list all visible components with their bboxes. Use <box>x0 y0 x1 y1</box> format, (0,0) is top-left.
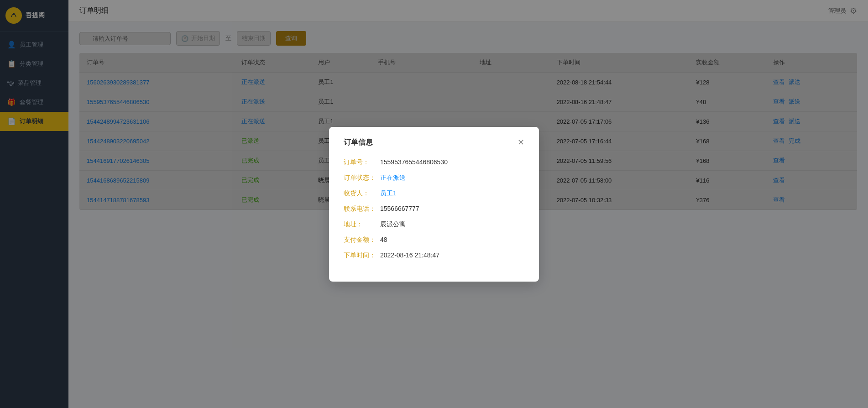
modal-field-label: 联系电话： <box>344 205 380 213</box>
modal-close-button[interactable]: ✕ <box>518 138 524 146</box>
modal-row: 支付金额： 48 <box>344 236 524 244</box>
modal-field-value: 48 <box>380 236 524 243</box>
modal-row: 订单号： 1559537655446806530 <box>344 158 524 167</box>
modal-field-value: 1559537655446806530 <box>380 158 524 166</box>
modal-row: 订单状态： 正在派送 <box>344 174 524 182</box>
modal-field-value: 15566667777 <box>380 205 524 212</box>
modal-header: 订单信息 ✕ <box>344 138 524 147</box>
modal-field-value: 辰派公寓 <box>380 220 524 229</box>
modal-row: 收货人： 员工1 <box>344 189 524 198</box>
modal-row: 下单时间： 2022-08-16 21:48:47 <box>344 251 524 260</box>
modal-field-label: 下单时间： <box>344 251 380 260</box>
modal-field-label: 订单号： <box>344 158 380 167</box>
modal-row: 联系电话： 15566667777 <box>344 205 524 213</box>
modal-field-label: 支付金额： <box>344 236 380 244</box>
modal-overlay[interactable]: 订单信息 ✕ 订单号： 1559537655446806530 订单状态： 正在… <box>0 0 868 408</box>
modal-field-label: 收货人： <box>344 189 380 198</box>
modal-field-value: 正在派送 <box>380 174 524 182</box>
modal-fields: 订单号： 1559537655446806530 订单状态： 正在派送 收货人：… <box>344 158 524 260</box>
modal-row: 地址： 辰派公寓 <box>344 220 524 229</box>
modal-title: 订单信息 <box>344 138 373 147</box>
order-info-modal: 订单信息 ✕ 订单号： 1559537655446806530 订单状态： 正在… <box>329 127 539 282</box>
modal-field-label: 订单状态： <box>344 174 380 182</box>
modal-field-value: 2022-08-16 21:48:47 <box>380 251 524 259</box>
modal-field-value: 员工1 <box>380 189 524 198</box>
modal-field-label: 地址： <box>344 220 380 229</box>
